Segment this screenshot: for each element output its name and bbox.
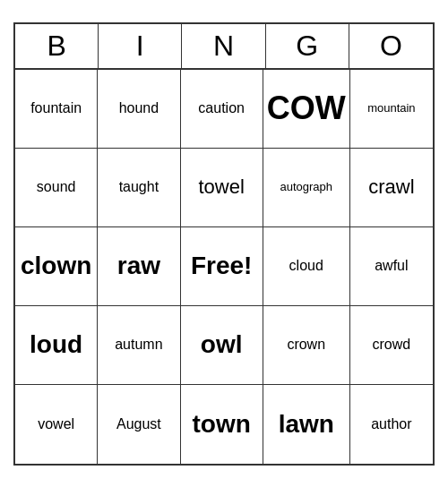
bingo-header: BINGO [15,24,433,70]
bingo-cell[interactable]: clown [15,227,98,306]
bingo-cell[interactable]: author [350,385,433,464]
cell-text: Free! [191,251,252,281]
cell-text: cloud [289,257,323,274]
bingo-card: BINGO fountainhoundcautionCOWmountainsou… [13,22,435,466]
cell-text: caution [198,99,245,116]
bingo-cell[interactable]: lawn [263,385,350,464]
cell-text: owl [201,329,243,360]
cell-text: autumn [115,336,162,353]
cell-text: clown [21,251,91,281]
cell-text: August [116,415,161,432]
cell-text: hound [119,99,159,116]
bingo-cell[interactable]: mountain [350,70,433,149]
bingo-cell[interactable]: cloud [263,227,350,306]
cell-text: raw [117,251,160,281]
bingo-cell[interactable]: Free! [181,227,263,306]
bingo-cell[interactable]: crawl [350,149,433,227]
bingo-cell[interactable]: autumn [98,306,180,385]
bingo-cell[interactable]: raw [98,227,180,306]
cell-text: vowel [38,415,74,432]
cell-text: crawl [368,175,414,199]
header-letter: B [15,24,99,68]
bingo-cell[interactable]: August [98,385,180,464]
cell-text: autograph [280,180,332,194]
bingo-cell[interactable]: caution [181,70,263,149]
cell-text: taught [119,178,159,195]
cell-text: author [371,415,411,432]
cell-text: sound [37,178,76,195]
bingo-cell[interactable]: loud [15,306,98,385]
header-letter: O [349,24,433,68]
bingo-cell[interactable]: crown [263,306,350,385]
cell-text: towel [198,175,244,199]
bingo-cell[interactable]: owl [181,306,263,385]
bingo-cell[interactable]: sound [15,149,98,227]
cell-text: mountain [367,101,415,115]
bingo-cell[interactable]: fountain [15,70,98,149]
bingo-grid: fountainhoundcautionCOWmountainsoundtaug… [15,70,433,464]
bingo-cell[interactable]: taught [98,149,180,227]
bingo-cell[interactable]: COW [263,70,350,149]
cell-text: loud [30,329,82,360]
header-letter: G [266,24,349,68]
header-letter: I [99,24,182,68]
bingo-cell[interactable]: hound [98,70,180,149]
cell-text: awful [375,257,408,274]
cell-text: COW [267,89,346,127]
cell-text: lawn [279,409,334,440]
cell-text: crown [287,336,325,353]
cell-text: crowd [373,336,411,353]
bingo-cell[interactable]: town [181,385,263,464]
bingo-cell[interactable]: crowd [350,306,433,385]
cell-text: fountain [30,99,82,116]
cell-text: town [192,409,250,440]
bingo-cell[interactable]: towel [181,149,263,227]
header-letter: N [182,24,265,68]
bingo-cell[interactable]: awful [350,227,433,306]
bingo-cell[interactable]: autograph [263,149,350,227]
bingo-cell[interactable]: vowel [15,385,98,464]
